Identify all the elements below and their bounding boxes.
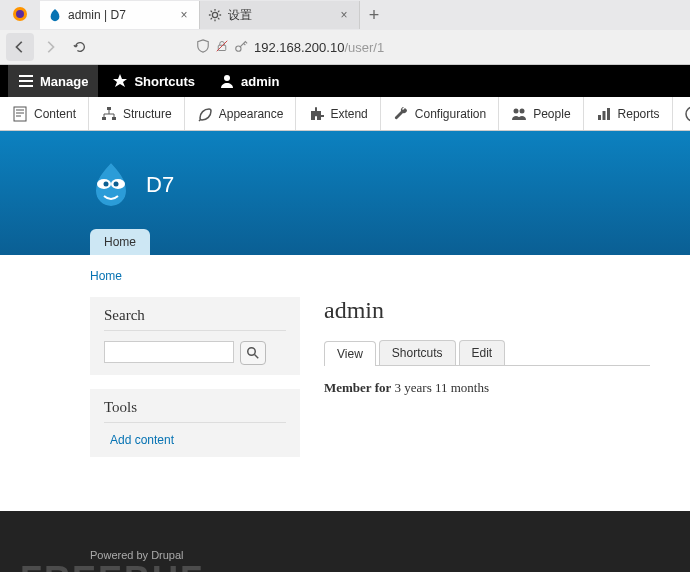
- shortcuts-link[interactable]: Shortcuts: [102, 65, 205, 97]
- extend-icon: [308, 106, 324, 122]
- search-form: [104, 341, 286, 365]
- menu-structure[interactable]: Structure: [89, 97, 185, 130]
- new-tab-button[interactable]: +: [360, 5, 388, 26]
- gear-icon: [208, 8, 222, 22]
- search-block-title: Search: [104, 307, 286, 331]
- main-content: admin View Shortcuts Edit Member for 3 y…: [324, 297, 690, 471]
- svg-point-1: [16, 10, 24, 18]
- drupal-logo: [90, 161, 132, 209]
- content-wrapper: Search Tools Add content admin View Shor…: [90, 297, 690, 471]
- lock-icon: [216, 39, 228, 56]
- url-bar[interactable]: 192.168.200.10/user/1: [196, 39, 684, 56]
- sidebar: Search Tools Add content: [90, 297, 300, 471]
- manage-toggle[interactable]: Manage: [8, 65, 98, 97]
- menu-configuration[interactable]: Configuration: [381, 97, 499, 130]
- browser-tab-settings[interactable]: 设置 ×: [200, 1, 360, 29]
- menu-people[interactable]: People: [499, 97, 583, 130]
- nav-home[interactable]: Home: [90, 229, 150, 255]
- close-icon[interactable]: ×: [177, 8, 191, 22]
- svg-rect-7: [14, 107, 26, 121]
- url-text: 192.168.200.10/user/1: [254, 40, 384, 55]
- member-for: Member for 3 years 11 months: [324, 380, 650, 396]
- reports-icon: [596, 106, 612, 122]
- search-submit[interactable]: [240, 341, 266, 365]
- site-name[interactable]: D7: [146, 172, 174, 198]
- watermark: FREEBUF: [20, 559, 204, 572]
- menu-appearance[interactable]: Appearance: [185, 97, 297, 130]
- svg-rect-14: [602, 111, 605, 120]
- star-icon: [112, 73, 128, 89]
- close-icon[interactable]: ×: [337, 8, 351, 22]
- breadcrumb-home[interactable]: Home: [90, 269, 690, 283]
- page-body: Home Search Tools Add content admin View: [0, 255, 690, 511]
- menu-content[interactable]: Content: [0, 97, 89, 130]
- site-header: D7 Home: [0, 131, 690, 255]
- svg-point-6: [224, 75, 230, 81]
- svg-point-19: [104, 182, 109, 187]
- person-icon: [219, 73, 235, 89]
- svg-point-20: [114, 182, 119, 187]
- shield-icon: [196, 39, 210, 56]
- menu-extend[interactable]: Extend: [296, 97, 380, 130]
- search-icon: [247, 347, 259, 359]
- tab-shortcuts[interactable]: Shortcuts: [379, 340, 456, 365]
- page-title: admin: [324, 297, 650, 324]
- svg-rect-8: [107, 107, 111, 110]
- add-content-link[interactable]: Add content: [104, 433, 286, 447]
- svg-point-11: [514, 108, 519, 113]
- firefox-icon: [0, 6, 40, 25]
- search-block: Search: [90, 297, 300, 375]
- site-footer: FREEBUF Powered by Drupal @DC7USER: [0, 511, 690, 572]
- admin-menu: Content Structure Appearance Extend Conf…: [0, 97, 690, 131]
- primary-navigation: Home: [90, 229, 690, 255]
- tab-edit[interactable]: Edit: [459, 340, 506, 365]
- tab-view[interactable]: View: [324, 341, 376, 366]
- menu-reports[interactable]: Reports: [584, 97, 673, 130]
- forward-button[interactable]: [36, 33, 64, 61]
- user-account-link[interactable]: admin: [209, 65, 289, 97]
- tabs-bar: admin | D7 × 设置 × +: [0, 0, 690, 30]
- structure-icon: [101, 106, 117, 122]
- back-button[interactable]: [6, 33, 34, 61]
- svg-rect-10: [112, 117, 116, 120]
- people-icon: [511, 106, 527, 122]
- browser-chrome: admin | D7 × 设置 × +: [0, 0, 690, 65]
- svg-rect-13: [598, 115, 601, 120]
- reload-button[interactable]: [66, 33, 94, 61]
- svg-rect-15: [607, 108, 610, 120]
- tools-block: Tools Add content: [90, 389, 300, 457]
- svg-point-16: [686, 107, 690, 121]
- site-branding: D7: [90, 161, 690, 209]
- content-icon: [12, 106, 28, 122]
- appearance-icon: [197, 106, 213, 122]
- hamburger-icon: [18, 73, 34, 89]
- menu-help[interactable]: Help: [673, 97, 690, 130]
- drupal-favicon: [48, 8, 62, 22]
- browser-tab-active[interactable]: admin | D7 ×: [40, 1, 200, 29]
- tab-title: admin | D7: [68, 8, 177, 22]
- local-tabs: View Shortcuts Edit: [324, 340, 650, 366]
- tools-block-title: Tools: [104, 399, 286, 423]
- help-icon: [685, 106, 690, 122]
- svg-point-12: [520, 108, 525, 113]
- wrench-icon: [393, 106, 409, 122]
- admin-toolbar: Manage Shortcuts admin: [0, 65, 690, 97]
- search-input[interactable]: [104, 341, 234, 363]
- svg-point-21: [248, 348, 256, 356]
- tab-title: 设置: [228, 7, 337, 24]
- svg-rect-9: [102, 117, 106, 120]
- permission-icon: [234, 39, 248, 56]
- svg-point-2: [212, 12, 217, 17]
- navbar: 192.168.200.10/user/1: [0, 30, 690, 64]
